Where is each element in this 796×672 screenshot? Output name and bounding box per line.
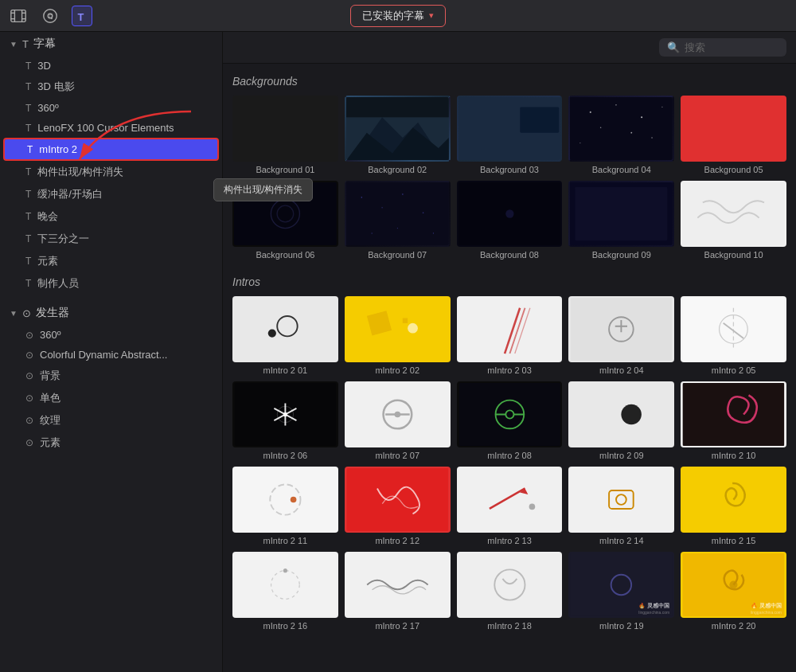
- svg-rect-79: [683, 383, 784, 446]
- sidebar-item-party[interactable]: T 晚会: [0, 205, 222, 228]
- sidebar-item-texture[interactable]: ⊙ 纹理: [0, 409, 222, 432]
- sidebar-item-buffer[interactable]: T 缓冲器/开场白: [0, 183, 222, 205]
- toolbar-icons: ♫ T: [8, 6, 92, 26]
- intro-18-thumb: [457, 552, 563, 618]
- sidebar-item-appear[interactable]: T 构件出现/构件消失: [0, 161, 222, 183]
- film-icon[interactable]: [8, 6, 29, 26]
- intro-04-thumb: [568, 296, 674, 362]
- text-item-icon: T: [25, 123, 31, 134]
- intro-01-thumb: [232, 296, 338, 362]
- svg-rect-41: [576, 187, 668, 240]
- svg-point-39: [505, 209, 513, 217]
- svg-point-87: [529, 504, 535, 510]
- intro-08-label: mIntro 2 08: [457, 451, 563, 460]
- installed-subtitles-dropdown[interactable]: 已安装的字幕 ▾: [350, 5, 446, 27]
- intro-09-thumb: [568, 381, 674, 447]
- svg-rect-72: [458, 383, 560, 446]
- list-item[interactable]: Background 09: [568, 181, 674, 260]
- list-item[interactable]: Background 01: [232, 96, 338, 174]
- list-item[interactable]: mIntro 2 13: [457, 467, 563, 545]
- background-07-label: Background 07: [345, 250, 451, 260]
- list-item[interactable]: mIntro 2 05: [681, 296, 786, 375]
- text-item-icon: T: [25, 166, 31, 178]
- list-item[interactable]: Background 04: [568, 96, 674, 174]
- list-item[interactable]: Background 03: [457, 96, 563, 174]
- intro-09-label: mIntro 2 09: [568, 451, 674, 460]
- svg-point-37: [433, 232, 434, 233]
- list-item[interactable]: mIntro 2 14: [568, 467, 674, 545]
- sidebar-item-3d-movie[interactable]: T 3D 电影: [0, 76, 222, 98]
- sidebar-item-thirds-label: 下三分之一: [37, 232, 89, 246]
- sidebar-item-mintro2[interactable]: T mIntro 2: [3, 138, 219, 161]
- list-item[interactable]: mIntro 2 17: [345, 552, 451, 631]
- sidebar-item-solid[interactable]: ⊙ 单色: [0, 387, 222, 409]
- background-09-label: Background 09: [568, 250, 674, 260]
- intro-04-label: mIntro 2 04: [568, 365, 674, 375]
- sidebar-item-mintro2-label: mIntro 2: [39, 143, 77, 155]
- backgrounds-section: Backgrounds Background 01: [232, 75, 786, 260]
- background-05-label: Background 05: [681, 165, 786, 174]
- list-item[interactable]: mIntro 2 16: [232, 552, 338, 631]
- list-item[interactable]: mIntro 2 11: [232, 467, 338, 545]
- list-item[interactable]: mIntro 2 02: [345, 296, 451, 375]
- list-item[interactable]: mIntro 2 18: [457, 552, 563, 631]
- intro-17-label: mIntro 2 17: [345, 621, 451, 631]
- list-item[interactable]: Background 10: [681, 181, 786, 260]
- intro-12-label: mIntro 2 12: [345, 536, 451, 545]
- list-item[interactable]: mIntro 2 07: [345, 381, 451, 460]
- list-item[interactable]: Background 05: [681, 96, 786, 174]
- svg-rect-30: [346, 182, 449, 245]
- sidebar-item-gen-bg[interactable]: ⊙ 背景: [0, 365, 222, 387]
- text-item-icon: T: [25, 211, 31, 222]
- intros-section-title: Intros: [232, 275, 786, 288]
- svg-point-26: [652, 137, 654, 139]
- list-item[interactable]: mIntro 2 06: [232, 381, 338, 460]
- sidebar-item-thirds[interactable]: T 下三分之一: [0, 228, 222, 250]
- list-item[interactable]: mIntro 2 15: [681, 467, 786, 545]
- sidebar-item-gen-elem[interactable]: ⊙ 元素: [0, 432, 222, 454]
- sidebar-item-credits[interactable]: T 制作人员: [0, 272, 222, 295]
- search-input[interactable]: [685, 41, 778, 53]
- intro-19-thumb: 🔥 灵感中国 lingganchina.com: [568, 552, 674, 618]
- music-icon[interactable]: ♫: [40, 6, 60, 26]
- intro-13-thumb: [457, 467, 563, 533]
- text-icon[interactable]: T: [72, 6, 92, 26]
- intro-13-label: mIntro 2 13: [457, 536, 563, 545]
- svg-point-78: [622, 404, 642, 424]
- sidebar-item-colorful[interactable]: ⊙ Colorful Dynamic Abstract...: [0, 345, 222, 365]
- list-item[interactable]: mIntro 2 10: [681, 381, 786, 460]
- background-03-thumb: [457, 96, 563, 162]
- list-item[interactable]: mIntro 2 01: [232, 296, 338, 375]
- intro-16-thumb: [232, 552, 338, 618]
- sidebar-item-elements[interactable]: T 元素: [0, 250, 222, 272]
- sidebar-item-3d[interactable]: T 3D: [0, 56, 222, 76]
- list-item[interactable]: mIntro 2 09: [568, 381, 674, 460]
- list-item[interactable]: mIntro 2 04: [568, 296, 674, 375]
- sidebar-item-lenofx[interactable]: T LenoFX 100 Cursor Elements: [0, 118, 222, 138]
- list-item[interactable]: 🔥 灵感中国 lingganchina.com mIntro 2 19: [568, 552, 674, 631]
- list-item[interactable]: Background 08: [457, 181, 563, 260]
- intro-03-thumb: [457, 296, 563, 362]
- svg-rect-88: [571, 468, 672, 531]
- list-item[interactable]: 🔥 灵感中国 lingganchina.com mIntro 2 20: [681, 552, 786, 631]
- toolbar: ♫ T 已安装的字幕 ▾: [0, 0, 796, 32]
- text-item-icon: T: [27, 144, 33, 155]
- list-item[interactable]: mIntro 2 03: [457, 296, 563, 375]
- svg-rect-92: [235, 553, 336, 616]
- text-item-icon: T: [25, 189, 31, 200]
- list-item[interactable]: mIntro 2 08: [457, 381, 563, 460]
- svg-rect-17: [520, 107, 559, 132]
- sidebar-item-gen-360[interactable]: ⊙ 360º: [0, 325, 222, 345]
- list-item[interactable]: Background 02: [345, 96, 451, 174]
- generators-group-header[interactable]: ▼ ⊙ 发生器: [0, 301, 222, 325]
- text-item-icon: T: [25, 103, 31, 114]
- gen-item-icon: ⊙: [25, 330, 33, 341]
- list-item[interactable]: mIntro 2 12: [345, 467, 451, 545]
- content-area: 🔍 Backgrounds Background 01: [223, 32, 796, 672]
- list-item[interactable]: Background 07: [345, 181, 451, 260]
- background-07-thumb: [345, 181, 451, 247]
- titles-group-header[interactable]: ▼ T 字幕: [0, 32, 222, 56]
- sidebar-item-solid-label: 单色: [40, 391, 60, 405]
- sidebar-item-360[interactable]: T 360º: [0, 98, 222, 118]
- intro-01-label: mIntro 2 01: [232, 365, 338, 375]
